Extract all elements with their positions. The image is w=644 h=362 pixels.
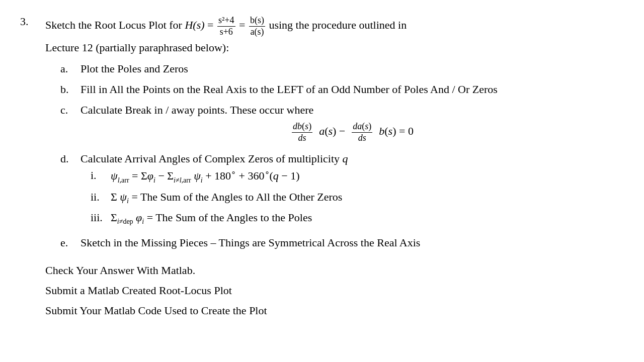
list-item-diii: iii. Σi≠dep φi = The Sum of the Angles t… xyxy=(91,209,624,227)
content-dii: Σ ψi = The Sum of the Angles to All the … xyxy=(111,189,342,206)
sub-list: a. Plot the Poles and Zeros b. Fill in A… xyxy=(60,60,624,255)
bs-var: b xyxy=(379,125,384,137)
list-item-c: c. Calculate Break in / away points. The… xyxy=(60,102,624,146)
question-intro: Sketch the Root Locus Plot for xyxy=(45,19,182,31)
lecture-line: Lecture 12 (partially paraphrased below)… xyxy=(45,41,624,54)
as-var: a xyxy=(319,125,325,137)
content-diii: Σi≠dep φi = The Sum of the Angles to the… xyxy=(111,209,312,227)
frac1-den: s+6 xyxy=(219,27,234,38)
equals1: = xyxy=(207,19,213,31)
frac1-num: s²+4 xyxy=(217,15,235,27)
label-dii: ii. xyxy=(91,189,111,205)
question-block: 3. Sketch the Root Locus Plot for H(s) =… xyxy=(20,15,624,324)
hs-var: H(s) xyxy=(185,19,204,31)
question-number: 3. xyxy=(20,15,45,28)
sub-sub-list-d: i. ψl,arr = Σφi − Σi≠l,arr ψi + 180∘ + 3… xyxy=(91,167,624,227)
submit2: Submit Your Matlab Code Used to Create t… xyxy=(45,304,624,317)
equals2: = xyxy=(239,19,245,31)
list-item-b: b. Fill in All the Points on the Real Ax… xyxy=(60,81,624,98)
extra-items: Check Your Answer With Matlab. Submit a … xyxy=(45,264,624,324)
label-d: d. xyxy=(60,150,80,167)
label-diii: iii. xyxy=(91,209,111,226)
content-d: Calculate Arrival Angles of Complex Zero… xyxy=(80,150,624,230)
list-item-a: a. Plot the Poles and Zeros xyxy=(60,60,624,77)
frac-db-num: db(s) xyxy=(292,121,312,133)
list-item-di: i. ψl,arr = Σφi − Σi≠l,arr ψi + 180∘ + 3… xyxy=(91,167,624,186)
label-b: b. xyxy=(60,81,80,98)
label-c: c. xyxy=(60,102,80,118)
list-item-d: d. Calculate Arrival Angles of Complex Z… xyxy=(60,150,624,230)
main-content: 3. Sketch the Root Locus Plot for H(s) =… xyxy=(20,10,624,324)
label-di: i. xyxy=(91,167,111,184)
question-suffix: using the procedure outlined in xyxy=(269,19,407,31)
frac-db-den: ds xyxy=(297,133,307,144)
frac2-num: b(s) xyxy=(249,15,265,27)
question-header: 3. Sketch the Root Locus Plot for H(s) =… xyxy=(20,15,624,37)
frac1: s²+4s+6 xyxy=(217,15,235,37)
frac-db: db(s) ds xyxy=(292,121,312,143)
content-b: Fill in All the Points on the Real Axis … xyxy=(80,81,624,98)
frac-da: da(s) ds xyxy=(352,121,372,143)
list-item-e: e. Sketch in the Missing Pieces – Things… xyxy=(60,234,624,251)
frac-da-num: da(s) xyxy=(352,121,372,133)
content-di: ψl,arr = Σφi − Σi≠l,arr ψi + 180∘ + 360∘… xyxy=(111,167,300,186)
formula-c: db(s) ds a(s) − da(s) ds b(s) = 0 xyxy=(80,121,624,143)
frac2-den: a(s) xyxy=(249,27,265,38)
label-e: e. xyxy=(60,234,80,251)
submit1: Submit a Matlab Created Root-Locus Plot xyxy=(45,284,624,297)
frac2: b(s)a(s) xyxy=(249,15,265,37)
label-a: a. xyxy=(60,60,80,77)
content-c: Calculate Break in / away points. These … xyxy=(80,102,624,146)
frac-da-den: ds xyxy=(357,133,367,144)
content-a: Plot the Poles and Zeros xyxy=(80,60,624,77)
check-answer: Check Your Answer With Matlab. xyxy=(45,264,624,277)
list-item-dii: ii. Σ ψi = The Sum of the Angles to All … xyxy=(91,189,624,206)
question-text: Sketch the Root Locus Plot for H(s) = s²… xyxy=(45,15,407,37)
content-e: Sketch in the Missing Pieces – Things ar… xyxy=(80,234,624,251)
